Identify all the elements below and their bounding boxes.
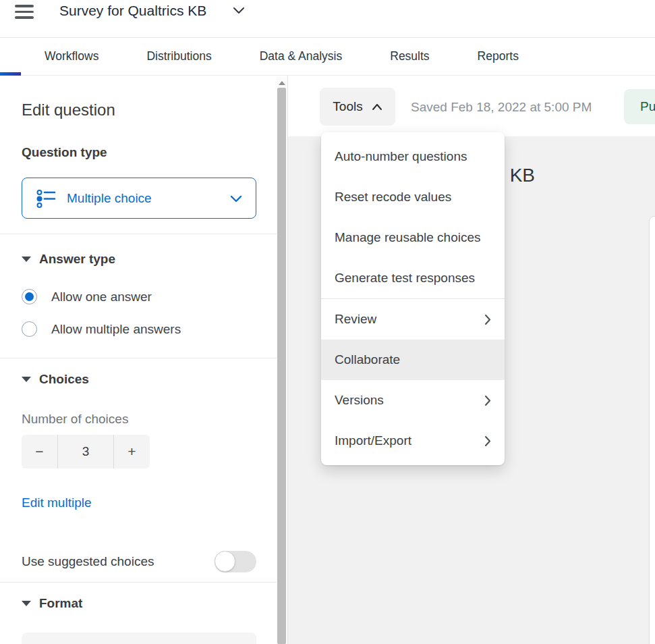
decrease-choices-button[interactable]: − [22, 435, 58, 468]
menu-item-manage-reusable-choices[interactable]: Manage reusable choices [321, 217, 505, 258]
collapse-triangle-icon [22, 601, 31, 606]
divider [0, 358, 277, 358]
question-type-value: Multiple choice [67, 191, 152, 206]
divider [0, 234, 277, 234]
choices-heading: Choices [39, 372, 89, 387]
tools-menu-button[interactable]: Tools [320, 88, 395, 126]
chevron-right-icon [484, 395, 491, 406]
menu-item-label: Import/Export [335, 433, 411, 448]
chevron-up-icon [372, 103, 382, 111]
sidebar-scrollbar[interactable] [277, 76, 287, 644]
radio-label: Allow multiple answers [51, 322, 181, 337]
sidebar-title: Edit question [22, 101, 115, 119]
tab-workflows[interactable]: Workflows [45, 49, 98, 63]
chevron-right-icon [484, 314, 491, 325]
question-type-heading: Question type [22, 145, 107, 160]
menu-item-generate-test-responses[interactable]: Generate test responses [321, 258, 505, 298]
menu-item-label: Collaborate [335, 352, 400, 367]
menu-item-import-export[interactable]: Import/Export [321, 421, 505, 461]
scroll-up-arrow-icon[interactable] [279, 81, 285, 85]
increase-choices-button[interactable]: + [113, 435, 150, 468]
format-heading: Format [39, 596, 82, 611]
chevron-down-icon[interactable] [233, 6, 245, 14]
suggested-choices-toggle[interactable] [215, 551, 256, 572]
saved-status-text: Saved Feb 18, 2022 at 5:00 PM [411, 100, 592, 115]
radio-label: Allow one answer [51, 290, 152, 304]
question-card-edge [649, 216, 655, 644]
tab-data-analysis[interactable]: Data & Analysis [260, 49, 343, 63]
chevron-right-icon [484, 435, 491, 447]
answer-type-heading: Answer type [39, 252, 115, 267]
edit-question-sidebar: Edit question Question type Multiple cho… [0, 76, 277, 644]
menu-item-reset-recode-values[interactable]: Reset recode values [321, 177, 505, 217]
toggle-knob [215, 551, 235, 572]
hamburger-icon[interactable] [15, 5, 34, 20]
menu-item-label: Versions [335, 393, 384, 408]
publish-button[interactable]: Publish [624, 89, 655, 124]
collapse-triangle-icon [22, 377, 31, 382]
tab-distributions[interactable]: Distributions [146, 49, 211, 63]
format-dropdown[interactable] [22, 633, 256, 644]
answer-type-section-header[interactable]: Answer type [22, 252, 115, 267]
use-suggested-choices-label: Use suggested choices [22, 554, 154, 569]
builder-toolbar: Tools Saved Feb 18, 2022 at 5:00 PM Publ… [288, 76, 655, 136]
format-section-header[interactable]: Format [22, 596, 82, 611]
edit-multiple-link[interactable]: Edit multiple [22, 495, 92, 510]
question-type-dropdown[interactable]: Multiple choice [22, 178, 256, 219]
choices-section-header[interactable]: Choices [22, 372, 89, 387]
main-nav-tabbar: Workflows Distributions Data & Analysis … [0, 38, 655, 76]
scrollbar-thumb[interactable] [277, 88, 286, 644]
divider [0, 582, 277, 583]
tools-button-label: Tools [333, 99, 362, 114]
collapse-triangle-icon [22, 257, 31, 262]
number-of-choices-label: Number of choices [22, 412, 128, 427]
multiple-choice-list-icon [36, 188, 56, 209]
use-suggested-choices-row: Use suggested choices [22, 551, 256, 572]
tab-reports[interactable]: Reports [478, 49, 519, 63]
choices-count-value: 3 [58, 435, 113, 468]
tools-dropdown-menu: Auto-number questions Reset recode value… [321, 132, 505, 465]
menu-item-auto-number-questions[interactable]: Auto-number questions [321, 136, 505, 177]
radio-unselected-icon [22, 321, 37, 337]
radio-allow-one-answer[interactable]: Allow one answer [22, 289, 152, 304]
radio-selected-icon [22, 289, 37, 304]
menu-item-collaborate[interactable]: Collaborate [321, 340, 505, 380]
survey-title[interactable]: Survey for Qualtrics KB [59, 1, 206, 20]
menu-item-versions[interactable]: Versions [321, 380, 505, 421]
top-header-bar: Survey for Qualtrics KB [0, 0, 655, 38]
number-of-choices-stepper: − 3 + [22, 435, 150, 468]
active-tab-indicator [0, 72, 21, 76]
radio-allow-multiple-answers[interactable]: Allow multiple answers [22, 321, 181, 337]
chevron-down-icon [230, 194, 242, 203]
tab-results[interactable]: Results [390, 49, 429, 63]
menu-item-label: Review [335, 312, 376, 327]
menu-item-review[interactable]: Review [321, 299, 505, 340]
